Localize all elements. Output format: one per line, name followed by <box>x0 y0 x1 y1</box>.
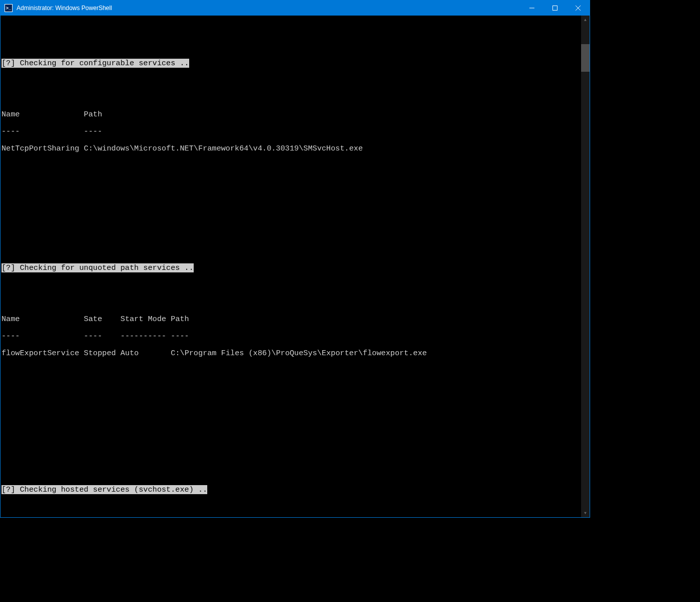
table-header: Name Path <box>2 110 102 119</box>
terminal-output[interactable]: [?] Checking for configurable services .… <box>1 16 581 517</box>
section-header: [?] Checking for configurable services .… <box>2 59 189 68</box>
powershell-icon: >_ <box>5 4 13 12</box>
table-header: Name Sate Start Mode Path <box>2 315 189 324</box>
minimize-button[interactable] <box>520 1 543 16</box>
table-row: flowExportService Stopped Auto C:\Progra… <box>2 349 427 358</box>
window-title: Administrator: Windows PowerShell <box>17 5 520 12</box>
scroll-up-arrow[interactable]: ▲ <box>581 16 590 24</box>
titlebar[interactable]: >_ Administrator: Windows PowerShell <box>1 1 590 16</box>
scroll-down-arrow[interactable]: ▼ <box>581 509 590 517</box>
table-row: NetTcpPortSharing C:\windows\Microsoft.N… <box>2 144 363 153</box>
close-button[interactable] <box>567 1 590 16</box>
maximize-button[interactable] <box>543 1 567 16</box>
svg-rect-1 <box>553 6 557 11</box>
vertical-scrollbar[interactable]: ▲ ▼ <box>581 16 590 517</box>
powershell-window: >_ Administrator: Windows PowerShell [?]… <box>0 0 590 518</box>
table-divider: ---- ---- <box>2 127 102 136</box>
section-header: [?] Checking hosted services (svchost.ex… <box>2 485 207 494</box>
window-controls <box>520 1 590 16</box>
section-header: [?] Checking for unquoted path services … <box>2 263 194 272</box>
content-area: [?] Checking for configurable services .… <box>1 16 590 517</box>
table-divider: ---- ---- ---------- ---- <box>2 332 189 341</box>
scroll-thumb[interactable] <box>581 44 590 72</box>
scroll-track[interactable] <box>581 24 590 509</box>
